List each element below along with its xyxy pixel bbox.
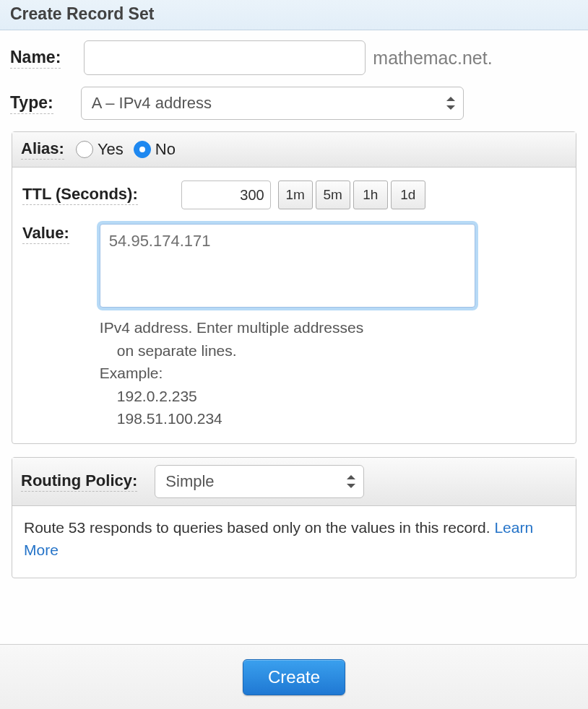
domain-suffix: mathemac.net.: [373, 48, 492, 69]
ttl-preset-1d-button[interactable]: 1d: [391, 180, 425, 209]
page-title: Create Record Set: [0, 0, 588, 30]
routing-description: Route 53 responds to queries based only …: [24, 519, 494, 536]
routing-policy-label: Routing Policy:: [21, 471, 137, 492]
ttl-label: TTL (Seconds):: [22, 185, 138, 205]
helper-line: IPv4 address. Enter multiple addresses: [100, 319, 363, 336]
ttl-preset-5m-button[interactable]: 5m: [316, 180, 350, 209]
alias-yes-label: Yes: [98, 140, 124, 159]
ttl-input[interactable]: [181, 180, 271, 209]
ttl-preset-1h-button[interactable]: 1h: [353, 180, 388, 209]
helper-line: 198.51.100.234: [100, 407, 475, 430]
value-label: Value:: [22, 224, 69, 244]
routing-policy-value: Simple: [165, 472, 214, 491]
alias-no-radio[interactable]: No: [134, 140, 176, 159]
helper-line: Example:: [100, 365, 163, 381]
chevron-updown-icon: [347, 475, 355, 488]
ttl-preset-1m-button[interactable]: 1m: [278, 180, 313, 209]
helper-line: 192.0.2.235: [100, 385, 475, 408]
alias-panel: Alias: Yes No TTL (Seconds): 1m 5m 1h 1d: [12, 131, 576, 444]
helper-line: on separate lines.: [100, 339, 475, 362]
radio-icon: [76, 141, 93, 158]
alias-no-label: No: [155, 140, 176, 159]
radio-icon: [134, 141, 151, 158]
value-textarea[interactable]: [100, 224, 475, 308]
create-button[interactable]: Create: [243, 659, 345, 695]
chevron-updown-icon: [446, 97, 455, 110]
type-label: Type:: [10, 93, 53, 114]
footer-bar: Create: [0, 644, 588, 709]
routing-policy-select[interactable]: Simple: [155, 465, 364, 498]
routing-panel: Routing Policy: Simple Route 53 responds…: [12, 457, 576, 578]
name-input[interactable]: [84, 40, 366, 75]
alias-label: Alias:: [21, 139, 64, 160]
name-label: Name:: [10, 48, 61, 69]
type-select-value: A – IPv4 address: [92, 94, 212, 113]
value-helper-text: IPv4 address. Enter multiple addresses o…: [100, 316, 475, 430]
type-select[interactable]: A – IPv4 address: [81, 87, 464, 120]
alias-yes-radio[interactable]: Yes: [76, 140, 124, 159]
